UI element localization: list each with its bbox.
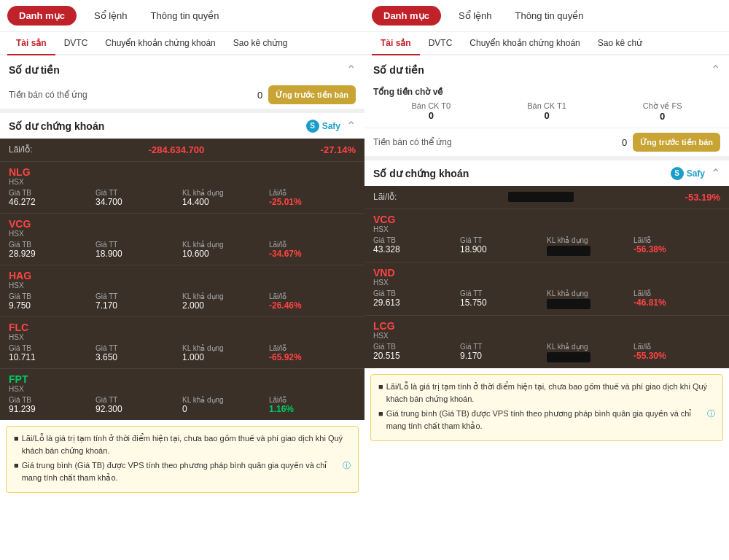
ticker-flc: FLC [9, 322, 28, 333]
chevron-up-icon-left[interactable]: ⌃ [346, 63, 356, 77]
thong-tin-quyen-btn-left[interactable]: Thông tin quyền [145, 6, 225, 26]
bullet-icon-2-right: ■ [378, 408, 383, 432]
klkd-label-hag: KL khả dụng [182, 292, 269, 300]
stock-item-flc[interactable]: FLC HSX Giá TB 10.711 Giá TT 3.650 KL kh… [0, 316, 364, 368]
ticker-fpt: FPT [9, 373, 28, 385]
tab-tai-san-left[interactable]: Tài sản [7, 32, 55, 55]
ung-truoc-btn-right[interactable]: Ứng trước tiền bán [633, 133, 720, 152]
tong-tien-col-1: Bán CK T1 0 [489, 101, 605, 122]
ticker-vnd: VND [373, 267, 395, 279]
so-du-tien-header-left: Số dư tiền ⌃ [0, 55, 364, 81]
tab-chuyen-khoan-left[interactable]: Chuyển khoản chứng khoán [96, 32, 224, 55]
info-icon-left[interactable]: ⓘ [343, 459, 351, 483]
so-du-tien-title-left: Số dư tiền [9, 64, 60, 76]
klkd-val-vcg-l: 10.600 [182, 249, 269, 259]
stock-item-vcg-l[interactable]: VCG HSX Giá TB 28.929 Giá TT 18.900 KL k… [0, 213, 364, 265]
lailoss-value-right [508, 192, 574, 202]
safy-label-right: Safy [687, 168, 705, 179]
ung-truoc-btn-left[interactable]: Ứng trước tiền bán [268, 85, 356, 104]
lailo-label-vcg-l: Lãi/lỗ [269, 241, 356, 249]
tab-dvtc-left[interactable]: DVTC [55, 32, 97, 55]
stock-item-vcg-r[interactable]: VCG HSX Giá TB 43.328 Giá TT 18.900 KL k… [364, 209, 729, 262]
lailo-label-lcg: Lãi/lỗ [634, 343, 720, 351]
giatt-label-nlg: Giá TT [95, 189, 182, 197]
footnote-left: ■ Lãi/Lỗ là giá trị tạm tính ở thời điểm… [6, 426, 359, 493]
top-nav-left: Danh mục Sổ lệnh Thông tin quyền [0, 0, 364, 32]
tab-chuyen-khoan-right[interactable]: Chuyển khoản chứng khoán [461, 32, 588, 55]
footnote-item-1-left: ■ Lãi/Lỗ là giá trị tạm tính ở thời điểm… [14, 432, 351, 456]
so-lenh-btn-right[interactable]: Sổ lệnh [453, 6, 498, 26]
lailoss-label-right: Lãi/lỗ: [373, 192, 397, 203]
lailo-val-flc: -65.92% [269, 352, 356, 362]
chevron-up-icon-right[interactable]: ⌃ [711, 63, 720, 77]
klkd-label-vcg-l: KL khả dụng [182, 241, 269, 249]
giatb-label-lcg: Giá TB [373, 343, 460, 351]
tong-tien-title: Tổng tiền chờ về [373, 87, 720, 97]
tab-tai-san-right[interactable]: Tài sản [372, 32, 420, 55]
danh-muc-btn-right[interactable]: Danh mục [372, 6, 441, 26]
giatt-val-vcg-r: 18.900 [460, 244, 547, 254]
stock-item-fpt[interactable]: FPT HSX Giá TB 91.239 Giá TT 92.300 KL k… [0, 368, 364, 420]
stock-summary-right: Lãi/lỗ: -53.19% [364, 186, 729, 209]
klkd-val-flc: 1.000 [182, 352, 269, 362]
lailo-val-lcg: -55.30% [634, 351, 720, 361]
exchange-flc: HSX [9, 333, 28, 341]
so-lenh-btn-left[interactable]: Sổ lệnh [88, 6, 133, 26]
tab-sao-ke-left[interactable]: Sao kê chứng [225, 32, 297, 55]
ticker-lcg: LCG [373, 320, 395, 332]
info-icon-right[interactable]: ⓘ [707, 408, 715, 432]
lailo-label-flc: Lãi/lỗ [269, 344, 356, 352]
lailo-val-vnd: -46.81% [634, 298, 720, 308]
so-du-ck-header-left: Số dư chứng khoán S Safy ⌃ [0, 113, 364, 139]
giatb-label-hag: Giá TB [9, 292, 95, 300]
giatt-val-flc: 3.650 [95, 352, 182, 362]
tab-sao-ke-right[interactable]: Sao kê chứ [589, 32, 651, 55]
safy-badge-left: S Safy [306, 120, 340, 133]
tong-tien-val-0: 0 [373, 110, 489, 121]
ticker-hag: HAG [9, 270, 31, 281]
lailo-label-fpt: Lãi/lỗ [269, 396, 356, 404]
sub-tabs-left: Tài sản DVTC Chuyển khoản chứng khoán Sa… [0, 32, 364, 55]
bullet-icon-1-left: ■ [14, 432, 19, 456]
tong-tien-col-2: Chờ về FS 0 [604, 101, 720, 122]
stock-item-vnd[interactable]: VND HSX Giá TB 29.613 Giá TT 15.750 KL k… [364, 262, 729, 315]
tong-tien-block: Tổng tiền chờ về Bán CK T0 0 Bán CK T1 0… [364, 81, 729, 128]
tien-ban-row-left: Tiền bán có thể ứng 0 Ứng trước tiền bán [0, 81, 364, 109]
lailo-val-vcg-l: -34.67% [269, 249, 356, 259]
danh-muc-btn-left[interactable]: Danh mục [7, 6, 77, 26]
stock-item-lcg[interactable]: LCG HSX Giá TB 20.515 Giá TT 9.170 KL kh… [364, 315, 729, 368]
stock-item-nlg[interactable]: NLG HSX Giá TB 46.272 Giá TT 34.700 KL k… [0, 161, 364, 213]
stock-table-right: Lãi/lỗ: -53.19% VCG HSX Giá TB 43.328 [364, 186, 729, 368]
lailo-val-nlg: -25.01% [269, 197, 356, 207]
giatb-val-flc: 10.711 [9, 352, 95, 362]
klkd-label-nlg: KL khả dụng [182, 189, 269, 197]
giatb-label-nlg: Giá TB [9, 189, 95, 197]
klkd-val-hag: 2.000 [182, 300, 269, 311]
safy-icon-right: S [671, 167, 684, 180]
tong-tien-label-2: Chờ về FS [604, 101, 720, 111]
ticker-vcg-r: VCG [373, 214, 395, 225]
klkd-val-fpt: 0 [182, 404, 269, 414]
giatt-val-fpt: 92.300 [95, 404, 182, 414]
so-du-tien-header-right: Số dư tiền ⌃ [364, 55, 729, 81]
footnote-item-1-right: ■ Lãi/Lỗ là giá trị tạm tính ở thời điểm… [378, 381, 715, 405]
thong-tin-quyen-btn-right[interactable]: Thông tin quyền [510, 6, 590, 26]
stock-item-hag[interactable]: HAG HSX Giá TB 9.750 Giá TT 7.170 KL khả… [0, 265, 364, 316]
ticker-nlg: NLG [9, 166, 31, 178]
giatt-label-vcg-l: Giá TT [95, 241, 182, 249]
bullet-icon-1-right: ■ [378, 381, 383, 405]
chevron-up-icon-ck-right[interactable]: ⌃ [711, 166, 720, 180]
so-du-tien-title-right: Số dư tiền [373, 64, 424, 76]
panel-right: Danh mục Sổ lệnh Thông tin quyền Tài sản… [364, 0, 729, 560]
tien-ban-row-right: Tiền bán có thể ứng 0 Ứng trước tiền bán [364, 128, 729, 156]
lailo-label-vnd: Lãi/lỗ [634, 289, 720, 298]
tien-ban-label-right: Tiền bán có thể ứng [373, 137, 599, 147]
chevron-up-icon-ck-left[interactable]: ⌃ [346, 119, 356, 133]
giatt-val-hag: 7.170 [95, 300, 182, 311]
footnote-text-2-left: Giá trung bình (Giá TB) được VPS tính th… [22, 459, 340, 483]
giatb-label-flc: Giá TB [9, 344, 95, 352]
klkd-label-vcg-r: KL khả dụng [547, 236, 634, 244]
tab-dvtc-right[interactable]: DVTC [420, 32, 461, 55]
giatb-label-vnd: Giá TB [373, 289, 460, 298]
giatb-val-hag: 9.750 [9, 300, 95, 311]
